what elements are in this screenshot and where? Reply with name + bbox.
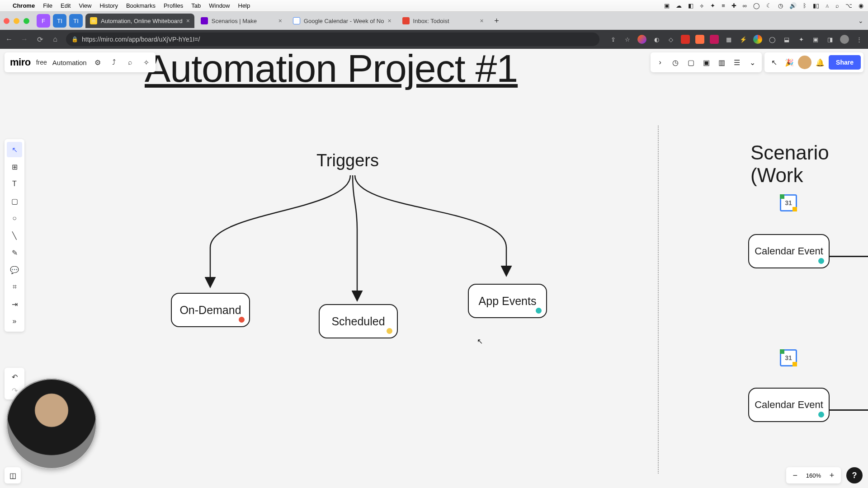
search-icon[interactable]: ⌕ (835, 2, 839, 9)
ext-icon[interactable] (710, 35, 719, 44)
board-canvas[interactable]: Automation Project #1 Triggers On-Demand… (0, 49, 868, 488)
menu-history[interactable]: History (99, 2, 118, 9)
reactions-icon[interactable]: 🎉 (783, 56, 796, 69)
export-icon[interactable]: ⤴ (108, 57, 119, 68)
gcal-icon[interactable]: 31 (780, 194, 797, 211)
status-icon[interactable]: ◯ (753, 2, 760, 9)
ext-icon[interactable]: ◐ (652, 35, 661, 44)
connector-left[interactable] (206, 175, 355, 293)
wifi-icon[interactable]: ⟑ (826, 2, 829, 9)
frames-icon[interactable]: ▣ (699, 56, 713, 69)
tab-close-icon[interactable]: × (480, 17, 483, 24)
sidepanel-icon[interactable]: ◨ (826, 35, 835, 44)
pen-tool[interactable]: ✎ (7, 245, 22, 260)
control-center-icon[interactable]: ⌥ (845, 2, 852, 9)
siri-icon[interactable]: ◉ (859, 2, 863, 9)
node-scheduled[interactable]: Scheduled (319, 304, 398, 338)
pinned-tab[interactable]: TI (69, 14, 83, 28)
menubar-app[interactable]: Chrome (13, 2, 35, 9)
tab-close-icon[interactable]: × (186, 17, 190, 24)
activity-icon[interactable]: ☰ (730, 56, 744, 69)
chrome-menu-icon[interactable]: ⋮ (854, 35, 863, 44)
board-title-text[interactable]: Automation Project #1 (145, 46, 518, 91)
clock-icon[interactable]: ◷ (778, 2, 783, 9)
forward-button[interactable]: → (20, 35, 29, 43)
node-ondemand[interactable]: On-Demand (171, 293, 250, 327)
minimize-window[interactable] (14, 18, 19, 24)
pinned-tab[interactable]: F (37, 14, 50, 28)
connector-stub[interactable] (830, 409, 868, 411)
minimap-button[interactable]: ◫ (5, 467, 21, 483)
status-icon[interactable]: ▣ (664, 2, 670, 9)
miro-logo[interactable]: miro (10, 56, 31, 68)
connector-right[interactable] (355, 175, 513, 279)
ext-icon[interactable] (695, 35, 704, 44)
share-button[interactable]: Share (829, 55, 861, 70)
status-icon[interactable]: ✚ (731, 2, 736, 9)
triggers-label[interactable]: Triggers (316, 151, 379, 170)
pinned-tab[interactable]: TI (53, 14, 66, 28)
volume-icon[interactable]: 🔊 (789, 2, 797, 9)
board-name[interactable]: Automation (52, 59, 87, 66)
menu-tab[interactable]: Tab (191, 2, 201, 9)
moon-icon[interactable]: ☾ (766, 2, 772, 9)
undo-button[interactable]: ↶ (7, 371, 22, 383)
sticky-tool[interactable]: ▢ (7, 193, 22, 209)
ext-icon[interactable]: ◯ (768, 35, 777, 44)
ext-icon[interactable]: ⇪ (609, 35, 618, 44)
ext-icon[interactable]: ⬓ (782, 35, 791, 44)
templates-tool[interactable]: ⊞ (7, 159, 22, 174)
browser-tab[interactable]: Google Calendar - Week of No × (288, 14, 396, 28)
collapse-icon[interactable]: › (653, 56, 667, 69)
status-icon[interactable]: ∞ (743, 2, 747, 9)
reload-button[interactable]: ⟳ (35, 35, 44, 44)
shape-tool[interactable]: ○ (7, 211, 22, 226)
node-calendar-event-2[interactable]: Calendar Event (748, 388, 830, 422)
ext-icon[interactable] (753, 35, 762, 44)
status-icon[interactable]: ⟡ (700, 2, 704, 9)
tab-close-icon[interactable]: × (278, 17, 282, 24)
present-icon[interactable]: ▢ (684, 56, 698, 69)
connector-stub[interactable] (830, 256, 868, 257)
browser-tab-active[interactable]: m Automation, Online Whiteboard × (85, 14, 194, 28)
frame-tool[interactable]: ⌗ (7, 279, 22, 295)
chevron-down-icon[interactable]: ⌄ (745, 56, 759, 69)
browser-tab[interactable]: Inbox: Todoist × (398, 14, 488, 28)
status-icon[interactable]: ☁ (676, 2, 682, 9)
plan-badge[interactable]: free (36, 59, 47, 66)
maximize-window[interactable] (24, 18, 29, 24)
ext-icon[interactable]: ⚡ (739, 35, 748, 44)
menu-help[interactable]: Help (238, 2, 250, 9)
bluetooth-icon[interactable]: ᛒ (803, 2, 807, 9)
zoom-level[interactable]: 160% (803, 472, 824, 479)
menu-file[interactable]: File (43, 2, 52, 9)
browser-tab[interactable]: Scenarios | Make × (196, 14, 287, 28)
settings-icon[interactable]: ⚙ (92, 57, 103, 68)
ai-icon[interactable]: ✧ (141, 57, 152, 68)
help-button[interactable]: ? (846, 467, 863, 483)
menu-view[interactable]: View (79, 2, 91, 9)
menu-profiles[interactable]: Profiles (164, 2, 183, 9)
notifications-icon[interactable]: 🔔 (813, 56, 827, 69)
node-appevents[interactable]: App Events (468, 284, 547, 318)
node-calendar-event-1[interactable]: Calendar Event (748, 234, 830, 268)
ext-icon[interactable]: ▦ (724, 35, 733, 44)
status-icon[interactable]: ≡ (722, 2, 725, 9)
upload-tool[interactable]: ⇥ (7, 296, 22, 312)
bookmark-star-icon[interactable]: ☆ (623, 35, 632, 44)
profile-avatar[interactable] (840, 35, 849, 44)
gcal-icon[interactable]: 31 (780, 349, 797, 366)
new-tab-button[interactable]: + (490, 16, 504, 26)
menu-edit[interactable]: Edit (61, 2, 71, 9)
select-tool[interactable]: ↖ (7, 142, 22, 157)
text-tool[interactable]: T (7, 176, 22, 192)
battery-icon[interactable]: ▮▯ (813, 2, 819, 9)
presenter-webcam[interactable] (6, 379, 97, 469)
address-bar[interactable]: 🔒 https://miro.com/app/board/uXjVP-hYe1I… (66, 33, 599, 46)
ext-icon[interactable] (681, 35, 690, 44)
extensions-menu-icon[interactable]: ✦ (797, 35, 806, 44)
zoom-in-button[interactable]: + (826, 469, 838, 482)
menu-window[interactable]: Window (209, 2, 230, 9)
section-label[interactable]: Scenario (Work (750, 141, 868, 187)
search-icon[interactable]: ⌕ (125, 57, 136, 68)
